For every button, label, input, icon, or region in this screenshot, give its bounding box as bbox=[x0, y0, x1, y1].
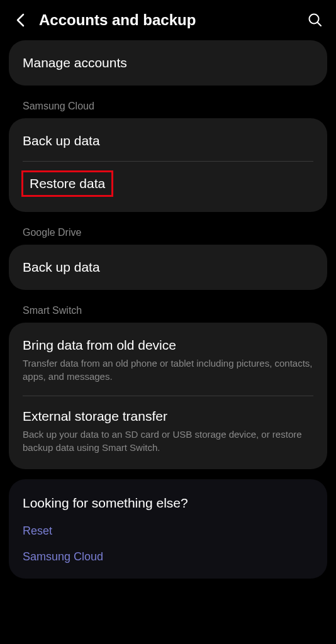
back-icon[interactable] bbox=[13, 13, 28, 28]
footer-title: Looking for something else? bbox=[23, 496, 313, 511]
manage-accounts-label: Manage accounts bbox=[23, 55, 313, 70]
external-storage-item[interactable]: External storage transfer Back up your d… bbox=[9, 396, 327, 467]
samsung-cloud-card: Back up data Restore data bbox=[9, 118, 327, 212]
smart-switch-label: Smart Switch bbox=[9, 300, 327, 323]
header: Accounts and backup bbox=[0, 0, 336, 40]
google-backup-item[interactable]: Back up data bbox=[9, 247, 327, 287]
content: Manage accounts Samsung Cloud Back up da… bbox=[0, 40, 336, 579]
google-backup-label: Back up data bbox=[23, 260, 313, 275]
bring-data-sub: Transfer data from an old phone or table… bbox=[23, 357, 313, 383]
backup-data-label: Back up data bbox=[23, 133, 313, 148]
footer-title-item: Looking for something else? bbox=[9, 484, 327, 518]
google-drive-label: Google Drive bbox=[9, 222, 327, 245]
highlight-box: Restore data bbox=[21, 170, 113, 197]
footer-card: Looking for something else? Reset Samsun… bbox=[9, 479, 327, 579]
reset-link[interactable]: Reset bbox=[9, 518, 327, 544]
page-title: Accounts and backup bbox=[39, 11, 296, 29]
manage-accounts-item[interactable]: Manage accounts bbox=[9, 43, 327, 83]
svg-point-0 bbox=[310, 14, 319, 24]
restore-data-label: Restore data bbox=[30, 176, 105, 191]
google-drive-card: Back up data bbox=[9, 245, 327, 290]
samsung-cloud-link[interactable]: Samsung Cloud bbox=[9, 544, 327, 570]
external-storage-title: External storage transfer bbox=[23, 409, 313, 424]
samsung-cloud-label: Samsung Cloud bbox=[9, 96, 327, 118]
bring-data-title: Bring data from old device bbox=[23, 338, 313, 353]
bring-data-item[interactable]: Bring data from old device Transfer data… bbox=[9, 325, 327, 396]
restore-data-item[interactable]: Restore data bbox=[9, 162, 327, 209]
backup-data-item[interactable]: Back up data bbox=[9, 121, 327, 161]
search-icon[interactable] bbox=[307, 12, 323, 28]
manage-accounts-card: Manage accounts bbox=[9, 40, 327, 86]
external-storage-sub: Back up your data to an SD card or USB s… bbox=[23, 428, 313, 454]
smart-switch-card: Bring data from old device Transfer data… bbox=[9, 323, 327, 469]
